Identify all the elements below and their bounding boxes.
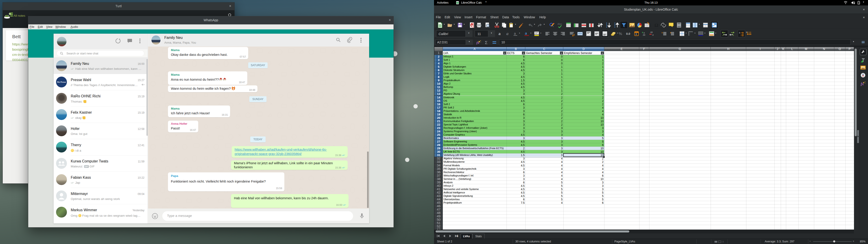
svg-text:a: a	[506, 31, 508, 36]
svg-text:Ω: Ω	[654, 22, 658, 28]
svg-text:a: a	[525, 31, 527, 35]
svg-text:a: a	[746, 31, 747, 33]
svg-text:Σ: Σ	[485, 40, 488, 45]
svg-text:a: a	[739, 31, 740, 34]
svg-text:.0: .0	[652, 34, 654, 36]
svg-text:.00: .00	[643, 34, 645, 36]
svg-text:a: a	[498, 31, 501, 36]
svg-text:%: %	[619, 32, 622, 36]
svg-text:a: a	[514, 31, 516, 35]
svg-text:.00: .00	[650, 31, 653, 33]
svg-text:0.0: 0.0	[626, 32, 630, 35]
svg-text:Abc: Abc	[557, 23, 562, 25]
svg-text:3: 3	[636, 33, 637, 35]
